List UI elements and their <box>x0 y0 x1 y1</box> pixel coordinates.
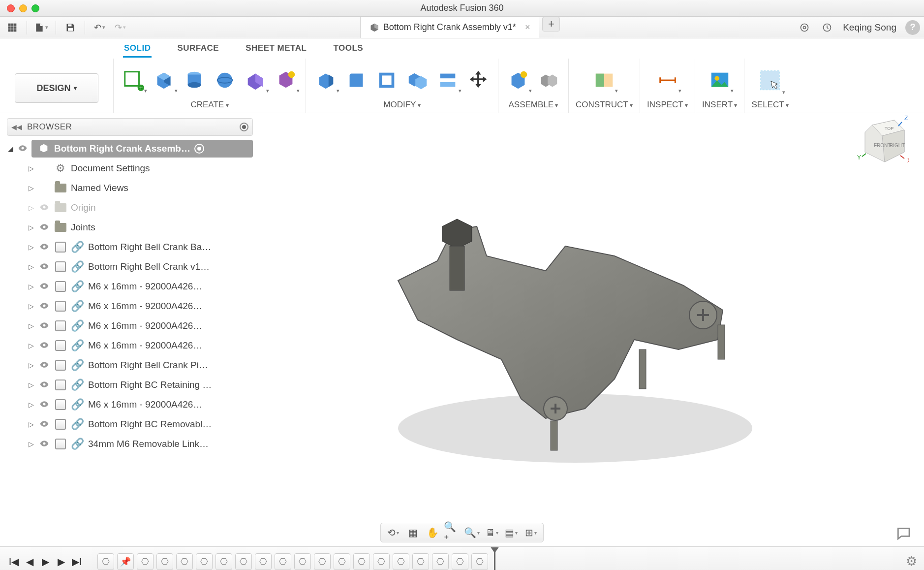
timeline-feature[interactable]: ⎔ <box>97 553 114 570</box>
visibility-icon[interactable] <box>39 419 50 430</box>
timeline-feature[interactable]: ⎔ <box>353 553 370 570</box>
construct-plane-tool[interactable] <box>591 67 617 93</box>
collapse-browser-icon[interactable]: ◀◀ <box>11 123 22 131</box>
sphere-tool[interactable] <box>212 67 238 93</box>
timeline-feature[interactable]: ⎔ <box>294 553 311 570</box>
ribbon-tab-sheetmetal[interactable]: SHEET METAL <box>245 41 308 58</box>
timeline-play-button[interactable]: ▶ <box>38 555 52 569</box>
zoom-window-tool[interactable]: 🔍 <box>463 525 480 540</box>
visibility-icon[interactable] <box>39 360 50 371</box>
zoom-tool[interactable]: 🔍⁺ <box>444 525 461 540</box>
timeline-end-button[interactable]: ▶I <box>70 555 84 569</box>
grid-settings[interactable]: ▤ <box>503 525 520 540</box>
extensions-icon[interactable] <box>798 21 811 34</box>
expand-icon[interactable]: ▷ <box>29 401 35 409</box>
timeline-feature[interactable]: ⎔ <box>314 553 331 570</box>
expand-icon[interactable]: ◢ <box>8 145 15 153</box>
file-menu-button[interactable] <box>33 20 50 35</box>
minimize-window-button[interactable] <box>19 4 27 12</box>
viewport-layout[interactable]: ⊞ <box>523 525 539 540</box>
align-tool[interactable] <box>435 67 461 93</box>
redo-button[interactable]: ↷ <box>112 20 128 35</box>
workspace-switcher[interactable]: DESIGN▾ <box>15 73 98 103</box>
timeline-feature[interactable]: ⎔ <box>334 553 350 570</box>
look-at-tool[interactable]: ▦ <box>404 525 421 540</box>
visibility-icon[interactable] <box>39 340 50 351</box>
display-settings[interactable]: 🖥 <box>483 525 500 540</box>
timeline-start-button[interactable]: I◀ <box>7 555 21 569</box>
expand-icon[interactable]: ▷ <box>29 342 35 349</box>
model-canvas[interactable] <box>187 113 924 546</box>
ribbon-tab-surface[interactable]: SURFACE <box>176 41 220 58</box>
select-tool[interactable] <box>756 66 784 95</box>
help-button[interactable]: ? <box>905 20 920 35</box>
timeline-feature[interactable]: ⎔ <box>255 553 272 570</box>
new-tab-button[interactable]: + <box>542 17 560 32</box>
timeline-feature[interactable]: 📌 <box>117 553 134 570</box>
timeline-feature[interactable]: ⎔ <box>452 553 468 570</box>
timeline-feature[interactable]: ⎔ <box>432 553 449 570</box>
ribbon-tab-tools[interactable]: TOOLS <box>332 41 364 58</box>
visibility-icon[interactable] <box>39 242 50 253</box>
ribbon-tab-solid[interactable]: SOLID <box>123 41 152 58</box>
timeline-feature[interactable]: ⎔ <box>216 553 232 570</box>
visibility-icon[interactable] <box>39 399 50 410</box>
expand-icon[interactable]: ▷ <box>29 381 35 389</box>
job-status-icon[interactable] <box>820 21 834 34</box>
expand-icon[interactable]: ▷ <box>29 263 35 271</box>
visibility-icon[interactable] <box>18 143 29 154</box>
timeline-feature[interactable]: ⎔ <box>471 553 488 570</box>
sketch-tool[interactable]: + <box>121 67 146 93</box>
timeline-feature[interactable]: ⎔ <box>275 553 291 570</box>
close-window-button[interactable] <box>7 4 15 12</box>
visibility-icon[interactable] <box>39 301 50 312</box>
timeline-feature[interactable]: ⎔ <box>393 553 409 570</box>
timeline-feature[interactable]: ⎔ <box>412 553 429 570</box>
new-component-tool[interactable] <box>505 67 531 93</box>
visibility-icon[interactable] <box>39 222 50 233</box>
expand-icon[interactable]: ▷ <box>29 322 35 330</box>
timeline-step-fwd-button[interactable]: ▶ <box>54 555 68 569</box>
document-tab[interactable]: Bottom Right Crank Assembly v1* × <box>360 17 540 38</box>
expand-icon[interactable]: ▷ <box>29 164 35 172</box>
timeline-feature[interactable]: ⎔ <box>235 553 252 570</box>
pan-tool[interactable]: ✋ <box>424 525 441 540</box>
move-tool[interactable] <box>465 67 491 93</box>
visibility-icon[interactable] <box>39 202 50 213</box>
viewport[interactable]: ◀◀ BROWSER ◢ Bottom Right Crank Assemb… … <box>0 113 924 546</box>
timeline-feature[interactable]: ⎔ <box>137 553 154 570</box>
expand-icon[interactable]: ▷ <box>29 243 35 251</box>
expand-icon[interactable]: ▷ <box>29 302 35 310</box>
visibility-icon[interactable] <box>39 439 50 449</box>
expand-icon[interactable]: ▷ <box>29 440 35 448</box>
timeline-step-back-button[interactable]: ◀ <box>23 555 36 569</box>
expand-icon[interactable]: ▷ <box>29 204 35 212</box>
comments-button[interactable] <box>895 526 911 539</box>
box-tool[interactable] <box>151 67 177 93</box>
orbit-tool[interactable]: ⟲ <box>385 525 401 540</box>
visibility-icon[interactable] <box>39 261 50 272</box>
user-name[interactable]: Keqing Song <box>843 22 896 33</box>
insert-decal-tool[interactable] <box>707 67 733 93</box>
measure-tool[interactable] <box>655 67 680 93</box>
timeline-feature[interactable]: ⎔ <box>176 553 193 570</box>
maximize-window-button[interactable] <box>31 4 39 12</box>
expand-icon[interactable]: ▷ <box>29 184 35 192</box>
timeline-settings-icon[interactable]: ⚙ <box>906 554 917 569</box>
create-form-tool[interactable] <box>243 67 268 93</box>
data-panel-button[interactable] <box>4 20 21 35</box>
timeline-feature[interactable]: ⎔ <box>373 553 390 570</box>
derive-tool[interactable] <box>273 67 299 93</box>
viewcube[interactable]: FRONT RIGHT TOP Z X Y <box>855 115 909 169</box>
expand-icon[interactable]: ▷ <box>29 283 35 290</box>
fillet-tool[interactable] <box>343 67 369 93</box>
visibility-icon[interactable] <box>39 380 50 390</box>
timeline-feature[interactable]: ⎔ <box>156 553 173 570</box>
visibility-icon[interactable] <box>39 320 50 331</box>
joint-tool[interactable] <box>536 67 561 93</box>
expand-icon[interactable]: ▷ <box>29 420 35 428</box>
save-button[interactable] <box>62 20 79 35</box>
timeline-feature[interactable]: ⎔ <box>196 553 213 570</box>
shell-tool[interactable] <box>374 67 400 93</box>
combine-tool[interactable] <box>404 67 430 93</box>
